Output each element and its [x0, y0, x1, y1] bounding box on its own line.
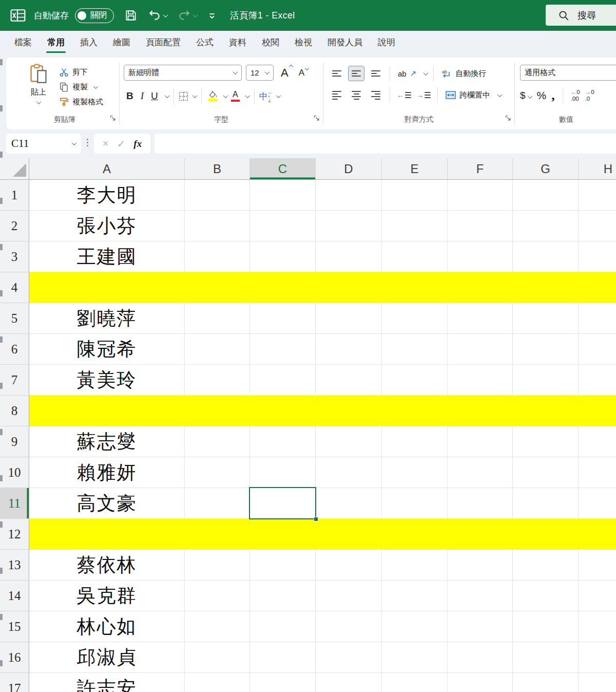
cell-H16[interactable]: [579, 642, 616, 673]
cell-H1[interactable]: [579, 180, 616, 211]
cell-B6[interactable]: [185, 334, 250, 365]
cell-C10[interactable]: [250, 457, 316, 488]
cell-H6[interactable]: [579, 334, 616, 365]
cell-A2[interactable]: 張小芬: [29, 211, 185, 241]
cell-D3[interactable]: [316, 241, 382, 272]
cell-B9[interactable]: [185, 426, 250, 457]
redo-dropdown-icon[interactable]: [193, 12, 198, 17]
cell-B15[interactable]: [185, 611, 250, 642]
cell-A3[interactable]: 王建國: [29, 241, 185, 272]
cell-G17[interactable]: [513, 673, 579, 692]
cell-D6[interactable]: [316, 334, 382, 365]
cell-D10[interactable]: [316, 457, 382, 488]
highlighted-row-band[interactable]: [29, 396, 616, 426]
cell-B7[interactable]: [185, 365, 250, 396]
cell-F5[interactable]: [448, 303, 513, 334]
font-size-combobox[interactable]: 12: [246, 65, 274, 81]
cell-B17[interactable]: [185, 673, 250, 692]
cell-H14[interactable]: [579, 581, 616, 611]
ribbon-tab-0[interactable]: 檔案: [7, 31, 40, 55]
cell-E14[interactable]: [382, 581, 448, 611]
decrease-decimal-button[interactable]: →0.0: [585, 89, 594, 102]
number-format-combobox[interactable]: 通用格式: [520, 65, 616, 81]
cell-C13[interactable]: [250, 550, 316, 581]
insert-function-button[interactable]: fx: [133, 138, 142, 149]
cell-A9[interactable]: 蘇志燮: [29, 426, 185, 457]
cell-E15[interactable]: [382, 611, 448, 642]
row-header-5[interactable]: 5: [0, 303, 29, 334]
cell-H13[interactable]: [579, 550, 616, 581]
row-header-11[interactable]: 11: [0, 488, 29, 519]
ribbon-tab-1[interactable]: 常用: [40, 31, 72, 55]
cell-F17[interactable]: [448, 673, 513, 692]
cell-A11[interactable]: 高文豪: [29, 488, 185, 519]
cell-A10[interactable]: 賴雅妍: [29, 457, 185, 488]
ribbon-tab-7[interactable]: 校閱: [254, 31, 287, 55]
cell-F10[interactable]: [448, 457, 513, 488]
cell-C9[interactable]: [250, 426, 316, 457]
cell-E13[interactable]: [382, 550, 448, 581]
align-top-button[interactable]: [329, 66, 345, 81]
cell-D17[interactable]: [316, 673, 382, 692]
underline-dropdown-icon[interactable]: [164, 93, 169, 98]
font-color-button[interactable]: A: [229, 89, 241, 103]
cell-B3[interactable]: [185, 241, 250, 272]
ribbon-tab-10[interactable]: 說明: [370, 31, 403, 55]
cell-G5[interactable]: [513, 303, 579, 334]
orientation-button[interactable]: ab ↗: [396, 69, 418, 78]
row-header-13[interactable]: 13: [0, 550, 29, 581]
row-header-6[interactable]: 6: [0, 334, 29, 365]
cell-E11[interactable]: [382, 488, 448, 519]
cell-H5[interactable]: [579, 303, 616, 334]
cut-button[interactable]: 剪下: [57, 65, 103, 80]
decrease-font-size-button[interactable]: A: [296, 68, 307, 78]
formula-bar-drag-handle[interactable]: [87, 139, 88, 146]
cell-G15[interactable]: [513, 611, 579, 642]
paste-dropdown-icon[interactable]: [36, 99, 41, 104]
cell-H10[interactable]: [579, 457, 616, 488]
cell-B13[interactable]: [185, 550, 250, 581]
italic-button[interactable]: I: [138, 89, 146, 103]
cell-D9[interactable]: [316, 426, 382, 457]
cell-G3[interactable]: [513, 241, 579, 272]
underline-button[interactable]: U: [148, 89, 161, 103]
percent-button[interactable]: %: [537, 89, 547, 102]
cell-G16[interactable]: [513, 642, 579, 673]
cell-B2[interactable]: [185, 211, 250, 241]
cell-A1[interactable]: 李大明: [29, 180, 185, 211]
ribbon-tab-4[interactable]: 頁面配置: [138, 31, 188, 55]
orientation-dropdown-icon[interactable]: [424, 70, 429, 76]
cell-F14[interactable]: [448, 581, 513, 611]
cell-E17[interactable]: [382, 673, 448, 692]
column-header-D[interactable]: D: [316, 158, 382, 180]
save-button[interactable]: [124, 9, 138, 22]
row-header-15[interactable]: 15: [0, 611, 29, 642]
fill-color-button[interactable]: [206, 90, 219, 102]
cell-A15[interactable]: 林心如: [29, 611, 185, 642]
cell-G14[interactable]: [513, 581, 579, 611]
cell-C1[interactable]: [250, 180, 316, 211]
font-dialog-launcher[interactable]: [314, 114, 320, 123]
cell-F1[interactable]: [448, 180, 513, 211]
borders-dropdown-icon[interactable]: [192, 93, 197, 98]
row-header-10[interactable]: 10: [0, 457, 29, 488]
cell-D5[interactable]: [316, 303, 382, 334]
row-header-7[interactable]: 7: [0, 365, 29, 396]
cell-F16[interactable]: [448, 642, 513, 673]
font-size-dropdown-icon[interactable]: [265, 69, 270, 74]
column-header-H[interactable]: H: [579, 158, 616, 180]
column-header-A[interactable]: A: [29, 158, 185, 180]
row-header-3[interactable]: 3: [0, 241, 29, 272]
currency-button[interactable]: $: [520, 90, 532, 101]
cell-B11[interactable]: [185, 488, 250, 519]
cell-B1[interactable]: [185, 180, 250, 211]
cell-G9[interactable]: [513, 426, 579, 457]
cell-E6[interactable]: [382, 334, 448, 365]
row-header-12[interactable]: 12: [0, 519, 29, 550]
ribbon-tab-6[interactable]: 資料: [221, 31, 254, 55]
align-center-button[interactable]: [348, 87, 364, 103]
cell-G6[interactable]: [513, 334, 579, 365]
search-box[interactable]: 搜尋: [546, 5, 616, 26]
ribbon-tab-5[interactable]: 公式: [188, 31, 221, 55]
cell-C14[interactable]: [250, 581, 316, 611]
